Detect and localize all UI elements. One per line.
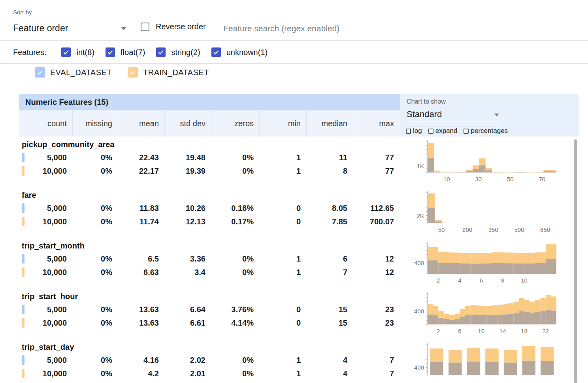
check-icon <box>62 49 70 56</box>
dataset-toggle-eval[interactable]: EVAL_DATASET <box>35 67 112 78</box>
stat-count: 5,000 <box>19 151 72 164</box>
checkbox-checked-icon[interactable] <box>61 47 71 57</box>
column-header-count: count <box>19 110 72 137</box>
feature-type-filter-float[interactable]: float(7) <box>106 47 145 57</box>
feature-name: trip_start_hour <box>22 292 78 301</box>
stat-mean: 11.83 <box>118 202 164 214</box>
svg-text:10: 10 <box>478 328 484 334</box>
chart-type-dropdown[interactable]: Standard <box>407 107 501 122</box>
stat-zeros: 4.14% <box>211 317 259 329</box>
checkbox-checked-icon[interactable] <box>128 67 138 78</box>
stats-row-eval: 5,0000%4.162.020%147 <box>19 354 400 366</box>
feature-block-fare: fare5,0000%11.8310.260.18%08.05112.6510,… <box>0 190 588 241</box>
column-header-min: min <box>259 110 306 137</box>
svg-text:6: 6 <box>480 277 483 284</box>
stat-min: 1 <box>259 354 306 366</box>
svg-text:10: 10 <box>443 176 450 182</box>
checkbox-unchecked-icon[interactable] <box>406 129 411 134</box>
stat-min: 0 <box>259 303 306 316</box>
stat-mean: 6.63 <box>118 266 164 279</box>
numeric-features-title: Numeric Features (15) <box>25 98 108 107</box>
svg-text:400: 400 <box>414 308 424 315</box>
stat-std-dev: 10.26 <box>164 202 211 214</box>
stat-min: 1 <box>259 165 306 177</box>
reverse-order-control[interactable]: Reverse order <box>141 22 206 31</box>
feature-type-filters: int(8)float(7)string(2)unknown(1) <box>61 47 268 57</box>
stat-median: 4 <box>306 354 353 366</box>
stats-column-headers: countmissingmeanstd devzerosminmedianmax <box>19 110 400 137</box>
stat-std-dev: 6.64 <box>164 303 211 316</box>
stat-median: 4 <box>306 367 353 380</box>
chart-option-expand[interactable]: expand <box>428 127 458 135</box>
reverse-order-label: Reverse order <box>156 22 206 31</box>
feature-name: fare <box>22 191 36 200</box>
stat-count: 10,000 <box>19 367 72 380</box>
feature-block-pickup_community_area: pickup_community_area5,0000%22.4319.480%… <box>0 139 588 190</box>
checkbox-unchecked-icon[interactable] <box>428 129 433 134</box>
feature-search-input[interactable] <box>223 20 413 37</box>
stats-row-train: 10,0000%22.1719.390%1877 <box>19 165 400 177</box>
features-filter-label: Features: <box>13 48 46 57</box>
reverse-order-checkbox[interactable] <box>141 23 149 31</box>
chart-option-log[interactable]: log <box>406 127 422 135</box>
stat-median: 8 <box>306 165 353 177</box>
stat-missing: 0% <box>72 367 118 380</box>
chart-option-label: expand <box>435 127 458 135</box>
eval-dataset-swatch <box>22 254 24 264</box>
train-dataset-swatch <box>22 318 24 328</box>
stat-median: 7 <box>306 266 353 279</box>
checkbox-checked-icon[interactable] <box>35 67 45 78</box>
checkbox-checked-icon[interactable] <box>211 47 221 57</box>
stat-median: 6 <box>306 252 353 265</box>
train-dataset-swatch <box>22 166 24 176</box>
feature-type-filter-unknown[interactable]: unknown(1) <box>211 47 268 57</box>
column-header-median: median <box>306 110 353 137</box>
checkbox-checked-icon[interactable] <box>106 47 115 57</box>
stat-zeros: 0% <box>211 252 259 265</box>
stat-count: 10,000 <box>19 215 72 228</box>
stat-count: 10,000 <box>19 317 72 329</box>
feature-name: pickup_community_area <box>22 140 115 149</box>
chart-option-label: percentages <box>471 127 508 135</box>
dataset-toggle-train[interactable]: TRAIN_DATASET <box>128 67 209 78</box>
stat-median: 15 <box>306 303 353 316</box>
chart-controls-panel: Chart to show Standard logexpandpercenta… <box>400 94 579 137</box>
checkbox-unchecked-icon[interactable] <box>464 129 469 134</box>
histogram-fare: 2K50200350500650 <box>407 190 558 238</box>
dataset-label: TRAIN_DATASET <box>143 68 209 77</box>
chart-option-label: log <box>413 127 422 135</box>
checkbox-checked-icon[interactable] <box>156 47 166 57</box>
vertical-scrollbar[interactable] <box>574 139 577 383</box>
svg-text:400: 400 <box>414 364 424 371</box>
svg-text:18: 18 <box>521 328 528 334</box>
toolbar: Sort by Feature order Reverse order <box>0 0 588 41</box>
stat-min: 0 <box>259 202 306 214</box>
feature-block-trip_start_hour: trip_start_hour5,0000%13.636.643.76%0152… <box>0 291 588 342</box>
stats-row-train: 10,0000%6.633.40%1712 <box>19 266 400 279</box>
stat-max: 77 <box>353 165 400 177</box>
histogram-trip_start_month: 400246810 <box>407 241 558 289</box>
sort-by-value: Feature order <box>13 23 68 33</box>
stat-mean: 13.63 <box>118 317 164 329</box>
stat-max: 23 <box>353 317 400 329</box>
stat-max: 700.07 <box>353 215 400 228</box>
svg-text:22: 22 <box>542 328 549 334</box>
stat-min: 1 <box>259 151 306 164</box>
svg-text:50: 50 <box>507 176 514 182</box>
stat-std-dev: 19.39 <box>164 165 211 177</box>
feature-type-filter-string[interactable]: string(2) <box>156 47 200 57</box>
stat-std-dev: 12.13 <box>164 215 211 228</box>
stat-mean: 11.74 <box>118 215 164 228</box>
eval-dataset-swatch <box>22 305 24 314</box>
stat-missing: 0% <box>72 266 118 279</box>
svg-text:14: 14 <box>499 328 506 334</box>
stat-mean: 6.5 <box>118 252 164 265</box>
stat-missing: 0% <box>72 303 118 316</box>
chart-to-show-label: Chart to show <box>407 98 446 105</box>
svg-text:650: 650 <box>540 226 550 233</box>
chart-option-percentages[interactable]: percentages <box>464 127 508 135</box>
stat-mean: 13.63 <box>118 303 164 316</box>
stat-count: 5,000 <box>19 202 72 214</box>
feature-type-filter-int[interactable]: int(8) <box>61 47 94 57</box>
sort-by-dropdown[interactable]: Feature order <box>13 20 131 37</box>
